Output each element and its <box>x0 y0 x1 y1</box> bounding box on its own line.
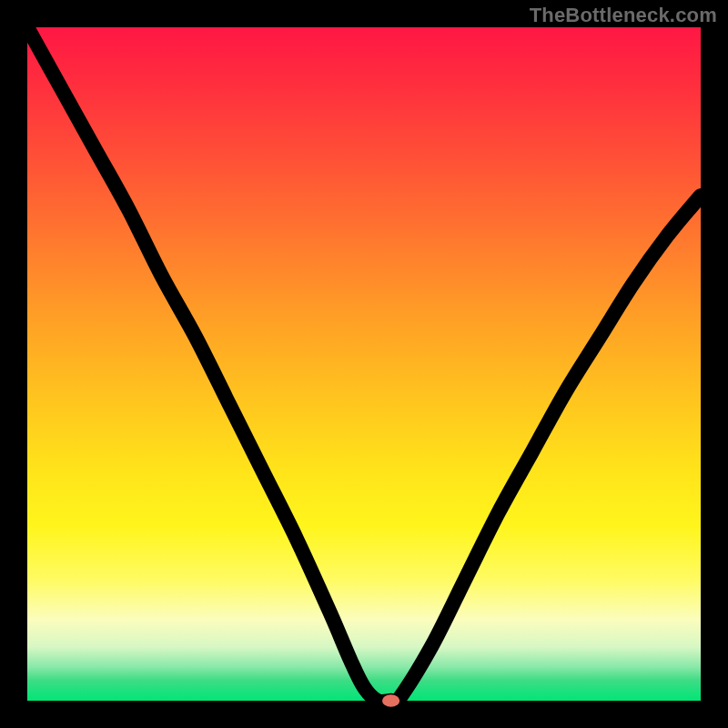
plot-area <box>27 27 701 701</box>
bottleneck-curve <box>27 27 701 704</box>
chart-frame: TheBottleneck.com <box>0 0 728 728</box>
attribution-text: TheBottleneck.com <box>530 4 717 27</box>
curve-svg <box>27 27 701 701</box>
optimal-marker <box>382 694 399 706</box>
